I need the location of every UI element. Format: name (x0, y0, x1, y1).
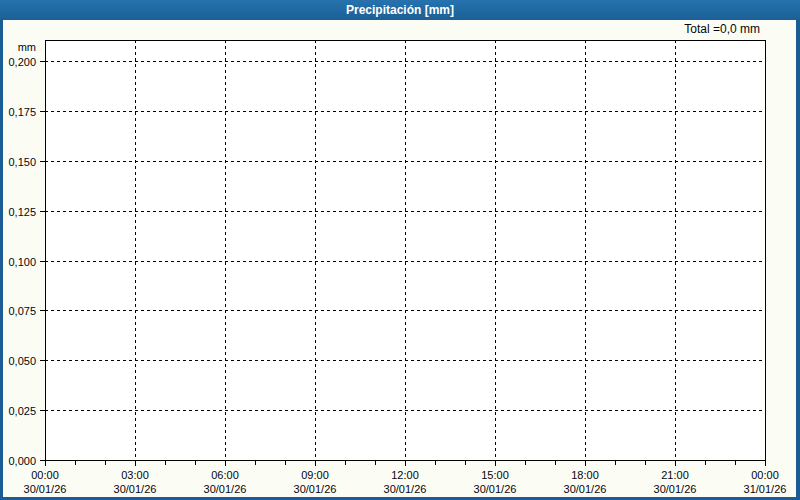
y-tick-label: 0,200 (8, 56, 36, 68)
x-tick-date: 30/01/26 (294, 483, 337, 495)
x-tick-date: 30/01/26 (384, 483, 427, 495)
y-tick-label: 0,000 (8, 455, 36, 467)
title-bar: Precipitación [mm] (0, 0, 800, 20)
y-tick-label: 0,025 (8, 405, 36, 417)
x-tick-date: 30/01/26 (24, 483, 67, 495)
y-tick-label: 0,075 (8, 305, 36, 317)
y-tick-label: 0,150 (8, 156, 36, 168)
x-tick-time: 00:00 (751, 469, 779, 481)
y-axis-ticks (40, 62, 45, 461)
y-tick-labels: 0,2000,1750,1500,1250,1000,0750,0500,025… (8, 56, 36, 467)
x-tick-time: 21:00 (661, 469, 689, 481)
total-label: Total =0,0 mm (684, 22, 760, 36)
window-frame: 0,2000,1750,1500,1250,1000,0750,0500,025… (0, 0, 800, 500)
chart-area[interactable]: 0,2000,1750,1500,1250,1000,0750,0500,025… (0, 0, 800, 497)
x-tick-date: 30/01/26 (654, 483, 697, 495)
y-tick-label: 0,175 (8, 106, 36, 118)
x-tick-time: 12:00 (391, 469, 419, 481)
y-tick-label: 0,100 (8, 256, 36, 268)
x-tick-date: 30/01/26 (564, 483, 607, 495)
x-tick-date: 30/01/26 (474, 483, 517, 495)
x-tick-time: 15:00 (481, 469, 509, 481)
x-tick-time: 06:00 (211, 469, 239, 481)
x-tick-time: 09:00 (301, 469, 329, 481)
y-axis-unit-label: mm (3, 41, 36, 53)
precipitation-chart[interactable]: 0,2000,1750,1500,1250,1000,0750,0500,025… (0, 0, 800, 497)
chart-title: Precipitación [mm] (346, 0, 454, 20)
y-tick-label: 0,050 (8, 355, 36, 367)
x-axis-ticks (46, 461, 766, 466)
x-tick-date: 31/01/26 (744, 483, 787, 495)
y-tick-label: 0,125 (8, 206, 36, 218)
x-tick-time: 00:00 (31, 469, 59, 481)
x-tick-time: 03:00 (121, 469, 149, 481)
x-tick-date: 30/01/26 (204, 483, 247, 495)
x-tick-time: 18:00 (571, 469, 599, 481)
x-tick-labels: 00:0030/01/2603:0030/01/2606:0030/01/260… (24, 469, 787, 495)
x-tick-date: 30/01/26 (114, 483, 157, 495)
